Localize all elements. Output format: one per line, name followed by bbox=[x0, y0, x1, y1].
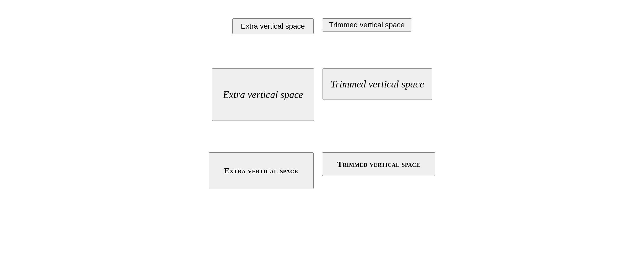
box-extra-sans: Extra vertical space bbox=[232, 18, 314, 34]
row-handwritten: Extra vertical space Trimmed vertical sp… bbox=[209, 152, 435, 189]
demo-page: Extra vertical space Trimmed vertical sp… bbox=[0, 0, 644, 260]
box-trimmed-script: Trimmed vertical space bbox=[323, 68, 432, 100]
box-extra-handwritten: Extra vertical space bbox=[209, 152, 314, 189]
row-script: Extra vertical space Trimmed vertical sp… bbox=[212, 68, 432, 121]
row-sans-serif: Extra vertical space Trimmed vertical sp… bbox=[232, 18, 412, 34]
box-trimmed-handwritten: Trimmed vertical space bbox=[322, 152, 435, 176]
box-trimmed-sans: Trimmed vertical space bbox=[322, 18, 412, 32]
box-extra-script: Extra vertical space bbox=[212, 68, 314, 121]
